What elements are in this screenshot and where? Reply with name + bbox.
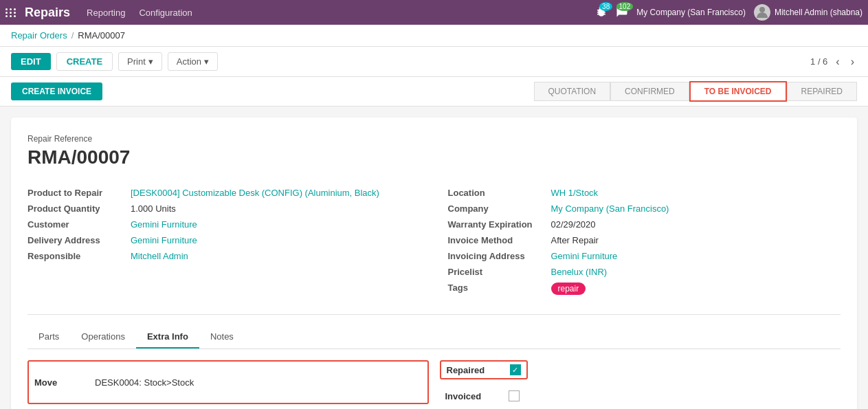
field-responsible: Responsible Mitchell Admin (27, 248, 421, 264)
nav-right: 38 102 My Company (San Francisco) Mitche… (595, 4, 863, 21)
status-quotation[interactable]: QUOTATION (534, 82, 611, 101)
prev-record-button[interactable]: ‹ (833, 54, 842, 69)
user-avatar (754, 4, 770, 21)
form-fields-grid: Product to Repair [DESK0004] Customizabl… (27, 185, 841, 298)
invoiced-label: Invoiced (445, 391, 500, 401)
nav-reporting[interactable]: Reporting (87, 8, 125, 18)
nav-configuration[interactable]: Configuration (139, 8, 192, 18)
company-selector[interactable]: My Company (San Francisco) (636, 8, 746, 17)
top-nav: Repairs Reporting Configuration 38 102 M… (0, 0, 868, 25)
next-record-button[interactable]: › (848, 54, 857, 69)
form-right-column: Location WH 1/Stock Company My Company (… (448, 185, 841, 298)
status-to-be-invoiced[interactable]: TO BE INVOICED (689, 81, 787, 102)
field-warranty-expiration: Warranty Expiration 02/29/2020 (448, 217, 841, 232)
breadcrumb: Repair Orders / RMA/00007 (0, 25, 868, 47)
breadcrumb-current: RMA/00007 (78, 30, 125, 41)
edit-button[interactable]: EDIT (11, 53, 51, 70)
status-confirmed[interactable]: CONFIRMED (610, 82, 689, 101)
field-pricelist: Pricelist Benelux (INR) (448, 264, 841, 280)
field-product-quantity: Product Quantity 1.000 Units (27, 201, 421, 217)
repaired-field-box: Repaired ✓ (440, 360, 528, 379)
tabs-container: Parts Operations Extra Info Notes Move D… (27, 314, 841, 404)
breadcrumb-parent[interactable]: Repair Orders (11, 30, 67, 41)
print-button[interactable]: Print ▾ (118, 52, 162, 71)
toolbar-right: 1 / 6 ‹ › (810, 54, 857, 69)
form-left-column: Product to Repair [DESK0004] Customizabl… (27, 185, 421, 298)
pagination: 1 / 6 (810, 56, 827, 67)
user-info[interactable]: Mitchell Admin (shabna) (754, 4, 863, 21)
print-chevron-icon: ▾ (148, 56, 153, 67)
field-location: Location WH 1/Stock (448, 185, 841, 201)
extra-info-content: Move DESK0004: Stock>Stock Repaired ✓ In… (27, 360, 841, 404)
toolbar: EDIT CREATE Print ▾ Action ▾ 1 / 6 ‹ › (0, 47, 868, 77)
create-invoice-button[interactable]: CREATE INVOICE (11, 82, 102, 100)
field-customer: Customer Gemini Furniture (27, 217, 421, 232)
repaired-checkbox[interactable]: ✓ (510, 364, 521, 375)
bug-badge: 38 (599, 2, 612, 11)
main-content: Repair Reference RMA/00007 Product to Re… (0, 107, 868, 409)
app-grid-icon[interactable] (5, 8, 16, 17)
breadcrumb-separator: / (71, 30, 74, 41)
move-value: DESK0004: Stock>Stock (95, 377, 194, 388)
repair-ref-label: Repair Reference (27, 134, 841, 144)
user-name: Mitchell Admin (shabna) (775, 8, 863, 17)
field-company: Company My Company (San Francisco) (448, 201, 841, 217)
create-button[interactable]: CREATE (56, 52, 113, 71)
tab-notes[interactable]: Notes (199, 326, 245, 349)
move-label: Move (34, 377, 89, 388)
status-repaired[interactable]: REPAIRED (787, 82, 857, 101)
field-invoicing-address: Invoicing Address Gemini Furniture (448, 248, 841, 264)
status-steps: QUOTATION CONFIRMED TO BE INVOICED REPAI… (534, 81, 858, 102)
app-title: Repairs (25, 5, 70, 20)
nav-links: Reporting Configuration (87, 8, 595, 18)
form-card: Repair Reference RMA/00007 Product to Re… (11, 118, 857, 409)
svg-point-0 (759, 7, 765, 12)
invoiced-checkbox[interactable] (509, 390, 520, 401)
field-tags: Tags repair (448, 280, 841, 298)
chat-badge: 102 (616, 2, 634, 11)
action-chevron-icon: ▾ (204, 56, 209, 67)
field-product-to-repair: Product to Repair [DESK0004] Customizabl… (27, 185, 421, 201)
move-field-box: Move DESK0004: Stock>Stock (27, 360, 429, 404)
tabs-row: Parts Operations Extra Info Notes (27, 326, 841, 349)
field-delivery-address: Delivery Address Gemini Furniture (27, 232, 421, 248)
chat-icon-button[interactable]: 102 (616, 5, 628, 20)
tab-parts[interactable]: Parts (27, 326, 70, 349)
repaired-label: Repaired (447, 365, 502, 375)
tab-extra-info[interactable]: Extra Info (136, 326, 199, 349)
repair-ref-value: RMA/00007 (27, 146, 841, 168)
repaired-invoiced-column: Repaired ✓ Invoiced (440, 360, 841, 404)
field-invoice-method: Invoice Method After Repair (448, 232, 841, 248)
status-bar: CREATE INVOICE QUOTATION CONFIRMED TO BE… (0, 77, 868, 107)
bug-icon-button[interactable]: 38 (595, 5, 608, 20)
action-button[interactable]: Action ▾ (168, 52, 218, 71)
tab-operations[interactable]: Operations (70, 326, 136, 349)
